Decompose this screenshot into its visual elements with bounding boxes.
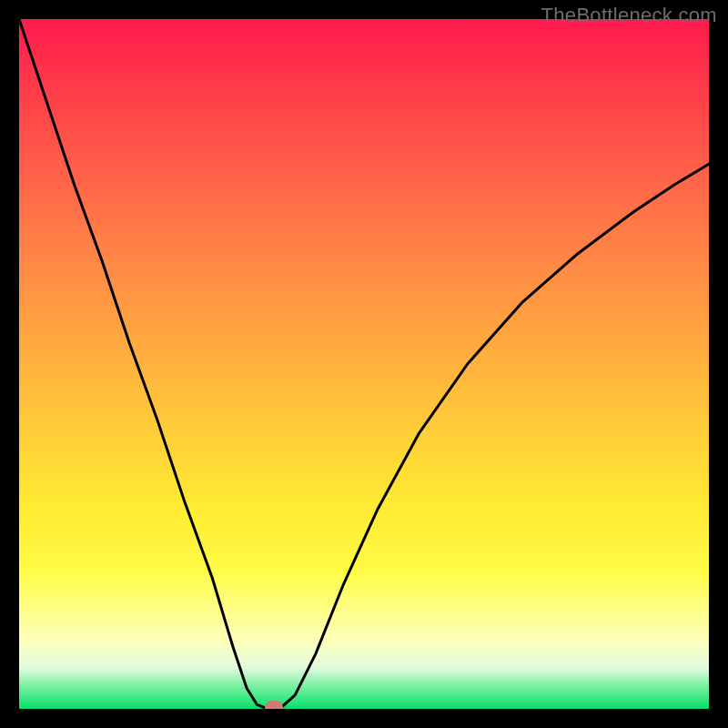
optimal-point-marker bbox=[265, 701, 283, 709]
bottleneck-curve bbox=[19, 19, 709, 709]
bottleneck-chart bbox=[19, 19, 709, 709]
attribution-label: TheBottleneck.com bbox=[541, 4, 717, 27]
